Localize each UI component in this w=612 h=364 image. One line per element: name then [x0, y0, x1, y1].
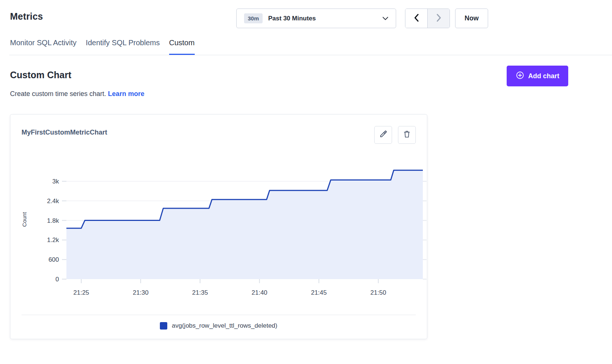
section-description: Create custom time series chart. Learn m…: [10, 90, 144, 98]
chevron-left-icon: [413, 13, 420, 24]
svg-text:21:35: 21:35: [192, 289, 208, 296]
section-description-text: Create custom time series chart.: [10, 90, 106, 97]
chart-title: MyFirstCustomMetricChart: [22, 129, 107, 136]
tabs-divider: [9, 55, 612, 55]
time-forward-button[interactable]: [427, 9, 450, 28]
chevron-right-icon: [435, 13, 442, 24]
tab-monitor-sql-activity[interactable]: Monitor SQL Activity: [10, 39, 76, 55]
time-step-controls: [405, 9, 450, 28]
now-button-label: Now: [465, 14, 479, 22]
page-title: Metrics: [10, 11, 43, 22]
time-range-label: Past 30 Minutes: [268, 15, 316, 22]
add-chart-button[interactable]: Add chart: [507, 66, 568, 86]
plus-circle-icon: [516, 71, 524, 82]
svg-text:21:40: 21:40: [251, 289, 267, 296]
svg-text:1.8k: 1.8k: [47, 217, 59, 224]
metrics-tabs: Monitor SQL Activity Identify SQL Proble…: [10, 39, 195, 55]
learn-more-link[interactable]: Learn more: [108, 90, 144, 97]
chevron-down-icon: [382, 17, 388, 20]
svg-text:2.4k: 2.4k: [47, 198, 59, 205]
svg-text:21:25: 21:25: [73, 289, 89, 296]
svg-text:Count: Count: [21, 212, 27, 227]
legend-swatch: [160, 322, 167, 330]
edit-chart-button[interactable]: [374, 126, 392, 144]
time-range-selector[interactable]: 30m Past 30 Minutes: [236, 9, 396, 28]
section-title: Custom Chart: [10, 70, 71, 80]
svg-text:21:30: 21:30: [133, 289, 149, 296]
chart-legend[interactable]: avg(jobs_row_level_ttl_rows_deleted): [10, 322, 427, 330]
tab-custom[interactable]: Custom: [169, 39, 195, 55]
svg-text:600: 600: [49, 256, 59, 263]
metrics-page: Metrics 30m Past 30 Minutes Now Monitor …: [0, 0, 612, 364]
svg-text:1.2k: 1.2k: [47, 236, 59, 244]
delete-chart-button[interactable]: [398, 126, 416, 144]
svg-text:3k: 3k: [52, 178, 59, 185]
pencil-icon: [379, 130, 388, 140]
legend-label: avg(jobs_row_level_ttl_rows_deleted): [172, 322, 277, 330]
svg-text:21:50: 21:50: [371, 289, 386, 296]
svg-text:0: 0: [56, 276, 59, 283]
time-range-badge: 30m: [244, 13, 263, 23]
now-button[interactable]: Now: [455, 9, 488, 28]
trash-icon: [402, 130, 411, 140]
add-chart-button-label: Add chart: [528, 72, 559, 80]
custom-chart-plot: 06001.2k1.8k2.4k3k21:2521:3021:3521:4021…: [18, 155, 428, 302]
legend-divider: [22, 315, 416, 315]
time-back-button[interactable]: [405, 9, 427, 28]
tab-identify-sql-problems[interactable]: Identify SQL Problems: [86, 39, 159, 55]
custom-chart-card: MyFirstCustomMetricChart 06001.2k1.8k2.4…: [10, 114, 427, 339]
svg-text:21:45: 21:45: [311, 289, 327, 296]
